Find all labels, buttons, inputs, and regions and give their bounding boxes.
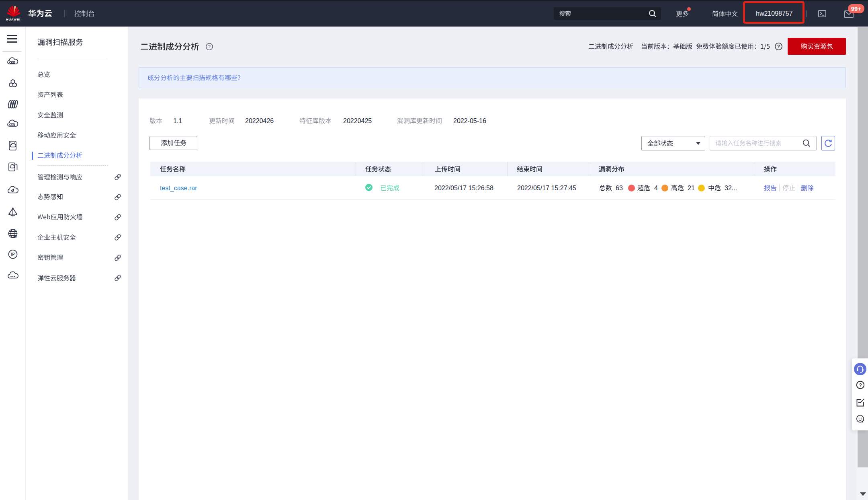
svg-text:W: W: [13, 234, 17, 239]
svg-text:?: ?: [777, 44, 780, 49]
svg-text:IP: IP: [11, 252, 15, 257]
svg-text:?: ?: [208, 44, 211, 49]
svg-text:?: ?: [859, 382, 862, 388]
